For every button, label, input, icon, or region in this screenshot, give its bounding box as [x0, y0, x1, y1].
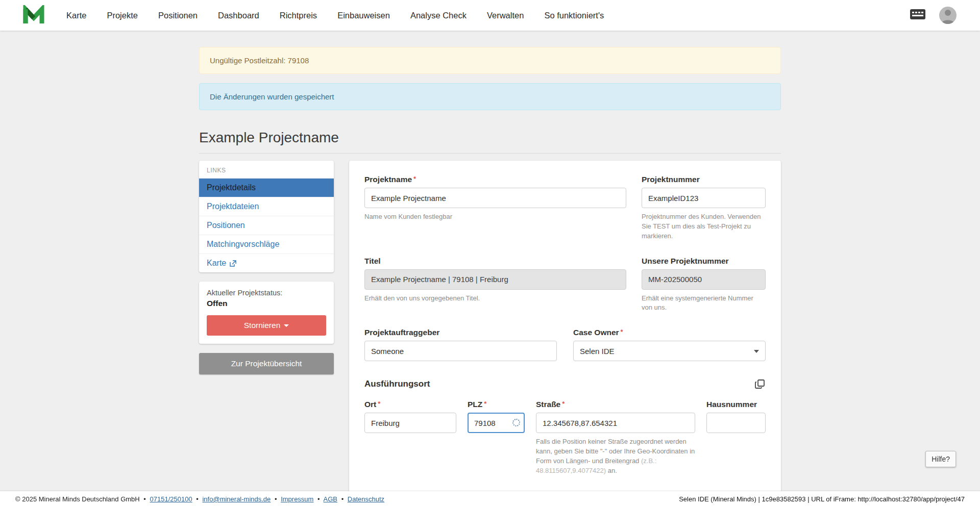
links-card: LINKS Projektdetails Projektdateien Posi…	[199, 161, 334, 272]
case-owner-label: Case Owner*	[573, 328, 766, 337]
footer-session-info: Selen IDE (Mineral Minds) | 1c9e83582593…	[679, 495, 965, 503]
stornieren-button[interactable]: Stornieren	[207, 315, 326, 336]
separator: •	[317, 495, 320, 503]
strasse-input[interactable]	[536, 413, 695, 433]
logo-m-icon	[22, 5, 45, 26]
sidebar-item-label: Projektdateien	[207, 202, 259, 211]
ort-input[interactable]	[364, 413, 456, 433]
nav-item-dashboard[interactable]: Dashboard	[218, 11, 259, 20]
projektauftraggeber-label: Projektauftraggeber	[364, 328, 557, 337]
copy-icon[interactable]	[754, 378, 766, 390]
main-nav: Karte Projekte Positionen Dashboard Rich…	[66, 11, 604, 20]
titel-input	[364, 269, 626, 290]
sidebar-item-label: Positionen	[207, 221, 245, 230]
info-alert: Die Änderungen wurden gespeichert	[199, 83, 781, 110]
required-marker: *	[378, 400, 380, 408]
separator: •	[196, 495, 199, 503]
hausnummer-label: Hausnummer	[706, 400, 766, 409]
agb-link[interactable]: AGB	[324, 495, 337, 503]
projektnummer-input[interactable]	[642, 188, 766, 208]
footer: © 2025 Mineral Minds Deutschland GmbH • …	[0, 491, 980, 507]
projektauftraggeber-input[interactable]	[364, 341, 557, 361]
zur-projektuebersicht-button[interactable]: Zur Projektübersicht	[199, 353, 334, 374]
sidebar-item-projektdateien[interactable]: Projektdateien	[199, 197, 334, 216]
ort-label: Ort*	[364, 400, 456, 409]
separator: •	[275, 495, 277, 503]
project-details-form: Projektname* Name vom Kunden festlegbar …	[349, 161, 781, 507]
status-value: Offen	[207, 299, 326, 308]
strasse-help: Falls die Position keiner Straße zugeord…	[536, 437, 695, 475]
required-marker: *	[484, 400, 486, 408]
stornieren-button-label: Stornieren	[244, 321, 281, 329]
nav-item-richtpreis[interactable]: Richtpreis	[280, 11, 317, 20]
person-icon	[939, 7, 957, 24]
help-button[interactable]: Hilfe?	[925, 451, 956, 467]
status-label: Aktueller Projektstatus:	[207, 289, 326, 297]
nav-item-so-funktionierts[interactable]: So funktioniert's	[544, 11, 604, 20]
sidebar-item-projektdetails[interactable]: Projektdetails	[199, 178, 334, 197]
titel-help: Erhält den von uns vorgegebenen Titel.	[364, 294, 626, 303]
sidebar-item-matchingvorschlaege[interactable]: Matchingvorschläge	[199, 235, 334, 253]
copyright-text: © 2025 Mineral Minds Deutschland GmbH	[15, 495, 140, 503]
warning-alert: Ungültige Postleitzahl: 79108	[199, 47, 781, 74]
footer-left: © 2025 Mineral Minds Deutschland GmbH • …	[15, 495, 384, 503]
project-status-card: Aktueller Projektstatus: Offen Storniere…	[199, 282, 334, 344]
titel-label: Titel	[364, 257, 626, 266]
ausfuehrungsort-heading: Ausführungsort	[364, 379, 430, 389]
projektname-label: Projektname*	[364, 175, 626, 184]
phone-link[interactable]: 07151/250100	[150, 495, 192, 503]
required-marker: *	[562, 400, 565, 408]
user-avatar[interactable]	[939, 7, 957, 24]
sidebar-item-label: Projektdetails	[207, 183, 256, 192]
projektnummer-label: Projektnummer	[642, 175, 766, 184]
unsere-projektnummer-help: Erhält eine systemgenerierte Nummer von …	[642, 294, 766, 313]
required-marker: *	[413, 175, 416, 183]
case-owner-select[interactable]: Selen IDE	[573, 341, 766, 361]
nav-item-projekte[interactable]: Projekte	[107, 11, 138, 20]
sidebar-item-karte[interactable]: Karte	[199, 253, 334, 272]
projektnummer-help: Projektnummer des Kunden. Verwenden Sie …	[642, 212, 766, 241]
hausnummer-input[interactable]	[706, 413, 766, 433]
strasse-label: Straße*	[536, 400, 695, 409]
nav-item-karte[interactable]: Karte	[66, 11, 86, 20]
top-navbar: Karte Projekte Positionen Dashboard Rich…	[0, 0, 980, 31]
projektname-help: Name vom Kunden festlegbar	[364, 212, 626, 222]
projektname-input[interactable]	[364, 188, 626, 208]
page-title: Example Projectname	[199, 130, 781, 154]
mineral-minds-logo[interactable]	[22, 5, 45, 26]
unsere-projektnummer-label: Unsere Projektnummer	[642, 257, 766, 266]
links-header: LINKS	[199, 161, 334, 178]
unsere-projektnummer-input	[642, 269, 766, 290]
nav-item-einbauweisen[interactable]: Einbauweisen	[337, 11, 390, 20]
separator: •	[143, 495, 146, 503]
email-link[interactable]: info@mineral-minds.de	[202, 495, 271, 503]
card-reader-icon[interactable]	[910, 8, 926, 22]
external-link-icon	[230, 260, 236, 267]
caret-down-icon	[284, 324, 289, 327]
separator: •	[341, 495, 344, 503]
datenschutz-link[interactable]: Datenschutz	[348, 495, 384, 503]
sidebar-item-label: Matchingvorschläge	[207, 240, 279, 249]
nav-item-positionen[interactable]: Positionen	[158, 11, 198, 20]
plz-label: PLZ*	[468, 400, 525, 409]
nav-item-verwalten[interactable]: Verwalten	[487, 11, 524, 20]
nav-item-analyse-check[interactable]: Analyse Check	[410, 11, 467, 20]
case-owner-value: Selen IDE	[580, 347, 615, 356]
required-marker: *	[621, 328, 623, 336]
impressum-link[interactable]: Impressum	[281, 495, 313, 503]
sidebar-item-positionen[interactable]: Positionen	[199, 216, 334, 235]
sidebar-item-label: Karte	[207, 259, 226, 268]
